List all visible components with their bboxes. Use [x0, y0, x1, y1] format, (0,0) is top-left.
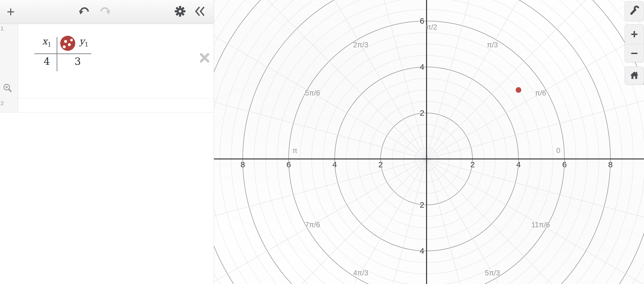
polar-angle-label: π/2 [426, 23, 437, 31]
close-icon [199, 59, 210, 64]
expression-gutter-2: 2 [0, 99, 18, 112]
table-header-x1[interactable]: x1 [39, 36, 55, 48]
gear-icon [174, 5, 186, 19]
x-axis-tick-label: 2 [378, 160, 383, 169]
zoom-out-button[interactable]: − [625, 44, 644, 62]
graph-pane[interactable]: 86422468642240π/6π/3π/22π/35π/6π7π/64π/3… [214, 0, 644, 284]
plotted-point[interactable] [516, 87, 521, 93]
polar-angle-label: 4π/3 [353, 269, 368, 277]
table-header-underline [34, 54, 91, 54]
polar-angle-label: 7π/6 [305, 221, 320, 229]
sidebar-toolbar: + [0, 0, 214, 24]
table-cell-y1[interactable]: 3 [70, 56, 86, 67]
polar-angle-label: π/3 [487, 41, 498, 49]
y-axis-tick-label: 6 [420, 16, 424, 26]
polar-angle-label: 5π/3 [485, 269, 500, 277]
desmos-app: { "sidebar": { "toolbar": { "add_label":… [0, 0, 644, 284]
zoom-in-button[interactable]: + [625, 24, 644, 44]
delete-expression-button[interactable] [199, 52, 210, 63]
redo-icon [99, 6, 111, 17]
table-cell-x1[interactable]: 4 [39, 56, 55, 67]
expression-sidebar: + [0, 0, 214, 284]
polar-angle-label: 5π/6 [305, 89, 320, 97]
expression-row-1[interactable]: 1 x1 [0, 24, 214, 98]
polar-angle-label: π [292, 147, 298, 155]
graph-settings-button[interactable] [173, 0, 188, 24]
y-axis-tick-label: 4 [420, 246, 424, 255]
polar-angle-label: π/6 [535, 89, 546, 97]
graph-settings-wrench-button[interactable] [625, 1, 644, 21]
row-index: 1 [1, 25, 4, 32]
undo-icon [78, 6, 90, 17]
redo-button[interactable] [97, 0, 112, 24]
expression-row-2[interactable]: 2 [0, 99, 214, 112]
default-viewport-home-button[interactable] [625, 66, 644, 85]
x-axis-tick-label: 2 [470, 160, 475, 169]
y-axis-tick-label: 2 [420, 200, 424, 210]
add-expression-button[interactable]: + [3, 0, 19, 24]
x-axis-tick-label: 4 [516, 160, 521, 169]
y-axis-tick-label: 2 [420, 108, 424, 118]
point-style-circle-icon[interactable] [60, 36, 76, 51]
double-chevron-left-icon [194, 5, 206, 19]
y-axis-tick-label: 4 [420, 62, 424, 72]
collapse-sidebar-button[interactable] [192, 0, 207, 24]
polar-grid [214, 0, 644, 284]
polar-angle-label: 2π/3 [353, 41, 368, 49]
home-icon [629, 70, 639, 81]
polar-angle-label: 0 [556, 147, 560, 155]
wrench-icon [629, 5, 640, 17]
table-column-divider [57, 37, 57, 71]
expression-gutter-1: 1 [0, 24, 18, 98]
x-axis-tick-label: 8 [241, 160, 245, 169]
x-axis-tick-label: 8 [608, 160, 613, 169]
expression-list-empty-area[interactable] [0, 112, 214, 284]
x-axis-tick-label: 4 [332, 160, 337, 169]
magnifier-plus-icon [3, 90, 13, 95]
zoom-fit-button[interactable] [3, 83, 13, 94]
row-index: 2 [1, 100, 4, 106]
x-axis-tick-label: 6 [287, 160, 291, 169]
table-header-y1[interactable]: y1 [76, 36, 92, 48]
polar-angle-label: 11π/6 [531, 221, 550, 229]
undo-button[interactable] [77, 0, 92, 24]
x-axis-tick-label: 6 [562, 160, 567, 169]
plus-icon: + [7, 4, 15, 20]
